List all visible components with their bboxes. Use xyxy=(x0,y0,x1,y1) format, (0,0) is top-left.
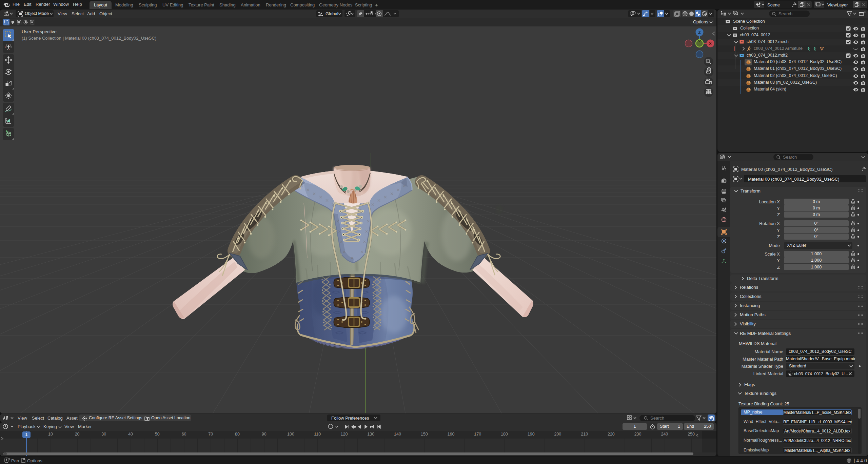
svg-text:X: X xyxy=(709,41,712,46)
svg-text:Z: Z xyxy=(698,30,701,35)
